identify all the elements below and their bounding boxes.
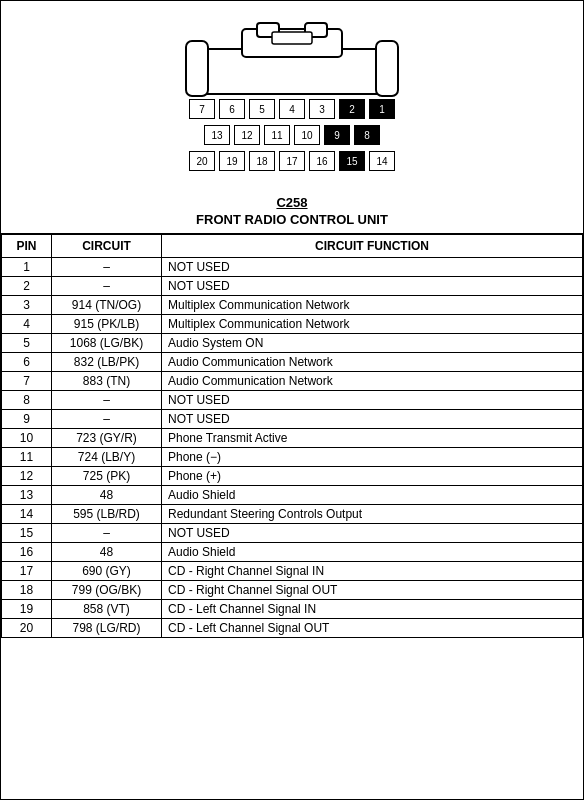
cell-circuit: 799 (OG/BK) — [52, 581, 162, 600]
pin-box-10: 10 — [294, 125, 320, 145]
table-row: 7883 (TN)Audio Communication Network — [2, 372, 583, 391]
cell-function: NOT USED — [162, 258, 583, 277]
pin-table: PIN CIRCUIT CIRCUIT FUNCTION 1–NOT USED2… — [1, 233, 583, 638]
cell-function: Audio Communication Network — [162, 372, 583, 391]
table-row: 14595 (LB/RD)Redundant Steering Controls… — [2, 505, 583, 524]
cell-circuit: 48 — [52, 486, 162, 505]
cell-circuit: 48 — [52, 543, 162, 562]
pin-box-14: 14 — [369, 151, 395, 171]
cell-function: CD - Right Channel Signal IN — [162, 562, 583, 581]
cell-pin: 3 — [2, 296, 52, 315]
connector-id: C258 — [196, 195, 388, 210]
title-area: C258 FRONT RADIO CONTROL UNIT — [196, 195, 388, 227]
cell-pin: 5 — [2, 334, 52, 353]
cell-circuit: – — [52, 410, 162, 429]
cell-pin: 13 — [2, 486, 52, 505]
table-row: 19858 (VT)CD - Left Channel Signal IN — [2, 600, 583, 619]
cell-function: Phone (−) — [162, 448, 583, 467]
cell-function: Audio Shield — [162, 486, 583, 505]
cell-circuit: 725 (PK) — [52, 467, 162, 486]
cell-pin: 17 — [2, 562, 52, 581]
connector-name: FRONT RADIO CONTROL UNIT — [196, 212, 388, 227]
table-row: 10723 (GY/R)Phone Transmit Active — [2, 429, 583, 448]
cell-function: Phone Transmit Active — [162, 429, 583, 448]
table-row: 1648Audio Shield — [2, 543, 583, 562]
cell-function: NOT USED — [162, 410, 583, 429]
pin-box-8: 8 — [354, 125, 380, 145]
cell-pin: 7 — [2, 372, 52, 391]
pin-box-6: 6 — [219, 99, 245, 119]
cell-pin: 14 — [2, 505, 52, 524]
table-row: 1348Audio Shield — [2, 486, 583, 505]
cell-pin: 11 — [2, 448, 52, 467]
cell-circuit: 858 (VT) — [52, 600, 162, 619]
table-row: 12725 (PK)Phone (+) — [2, 467, 583, 486]
table-row: 20798 (LG/RD)CD - Left Channel Signal OU… — [2, 619, 583, 638]
table-row: 15–NOT USED — [2, 524, 583, 543]
pin-box-17: 17 — [279, 151, 305, 171]
cell-pin: 8 — [2, 391, 52, 410]
cell-circuit: 723 (GY/R) — [52, 429, 162, 448]
connector-diagram — [172, 19, 412, 99]
cell-circuit: 1068 (LG/BK) — [52, 334, 162, 353]
table-row: 6832 (LB/PK)Audio Communication Network — [2, 353, 583, 372]
cell-circuit: – — [52, 391, 162, 410]
header-circuit: CIRCUIT — [52, 234, 162, 258]
cell-function: CD - Left Channel Signal OUT — [162, 619, 583, 638]
connector-area: 7654321131211109820191817161514 — [1, 1, 583, 187]
cell-pin: 20 — [2, 619, 52, 638]
cell-function: Audio Communication Network — [162, 353, 583, 372]
table-row: 11724 (LB/Y)Phone (−) — [2, 448, 583, 467]
cell-pin: 6 — [2, 353, 52, 372]
cell-pin: 16 — [2, 543, 52, 562]
svg-rect-1 — [186, 41, 208, 96]
header-function: CIRCUIT FUNCTION — [162, 234, 583, 258]
cell-function: NOT USED — [162, 277, 583, 296]
cell-function: Audio System ON — [162, 334, 583, 353]
pin-box-4: 4 — [279, 99, 305, 119]
cell-pin: 18 — [2, 581, 52, 600]
pin-box-5: 5 — [249, 99, 275, 119]
pin-box-7: 7 — [189, 99, 215, 119]
cell-pin: 2 — [2, 277, 52, 296]
table-row: 17690 (GY)CD - Right Channel Signal IN — [2, 562, 583, 581]
cell-pin: 10 — [2, 429, 52, 448]
cell-function: Multiplex Communication Network — [162, 315, 583, 334]
pin-box-18: 18 — [249, 151, 275, 171]
cell-function: CD - Right Channel Signal OUT — [162, 581, 583, 600]
table-row: 18799 (OG/BK)CD - Right Channel Signal O… — [2, 581, 583, 600]
cell-circuit: – — [52, 277, 162, 296]
cell-circuit: 914 (TN/OG) — [52, 296, 162, 315]
pin-row-3: 20191817161514 — [189, 151, 395, 171]
table-row: 2–NOT USED — [2, 277, 583, 296]
pin-rows: 7654321131211109820191817161514 — [189, 99, 395, 171]
pin-box-20: 20 — [189, 151, 215, 171]
pin-box-15: 15 — [339, 151, 365, 171]
cell-circuit: 724 (LB/Y) — [52, 448, 162, 467]
table-row: 9–NOT USED — [2, 410, 583, 429]
cell-pin: 4 — [2, 315, 52, 334]
pin-box-12: 12 — [234, 125, 260, 145]
page: 7654321131211109820191817161514 C258 FRO… — [0, 0, 584, 800]
cell-pin: 9 — [2, 410, 52, 429]
pin-box-9: 9 — [324, 125, 350, 145]
svg-rect-2 — [376, 41, 398, 96]
pin-row-1: 7654321 — [189, 99, 395, 119]
table-row: 4915 (PK/LB)Multiplex Communication Netw… — [2, 315, 583, 334]
cell-pin: 15 — [2, 524, 52, 543]
cell-circuit: 595 (LB/RD) — [52, 505, 162, 524]
cell-function: Audio Shield — [162, 543, 583, 562]
cell-function: Redundant Steering Controls Output — [162, 505, 583, 524]
header-pin: PIN — [2, 234, 52, 258]
cell-function: Phone (+) — [162, 467, 583, 486]
pin-box-11: 11 — [264, 125, 290, 145]
cell-circuit: 798 (LG/RD) — [52, 619, 162, 638]
table-row: 8–NOT USED — [2, 391, 583, 410]
pin-box-13: 13 — [204, 125, 230, 145]
cell-circuit: 915 (PK/LB) — [52, 315, 162, 334]
cell-function: NOT USED — [162, 524, 583, 543]
table-header-row: PIN CIRCUIT CIRCUIT FUNCTION — [2, 234, 583, 258]
pin-box-2: 2 — [339, 99, 365, 119]
pin-box-3: 3 — [309, 99, 335, 119]
cell-function: Multiplex Communication Network — [162, 296, 583, 315]
